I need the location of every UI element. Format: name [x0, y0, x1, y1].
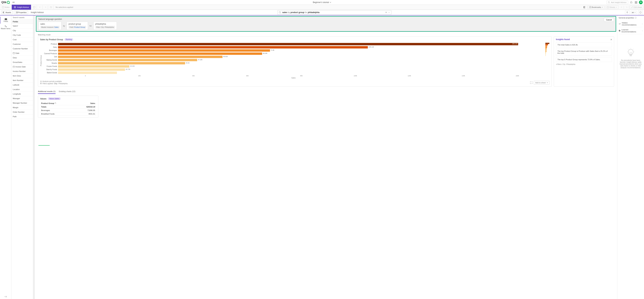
calendar-icon [13, 52, 15, 54]
bar-row[interactable]: Starchy Foods22.71k [42, 68, 544, 71]
cancel-button[interactable]: Cancel [604, 18, 614, 22]
svg-rect-5 [636, 1, 636, 2]
svg-rect-7 [635, 2, 636, 3]
chevron-down-icon [330, 1, 331, 3]
x-tick: 0 [58, 75, 112, 77]
bar-row[interactable]: Baking Goods47.22k [42, 58, 544, 61]
db-icon [4, 18, 8, 20]
search-icon [279, 11, 281, 13]
collapse-icon[interactable] [4, 296, 7, 298]
rail-fields[interactable]: Fields [0, 17, 11, 24]
more-menu-icon[interactable]: ••• [11, 0, 16, 4]
svg-rect-4 [635, 1, 636, 2]
svg-rect-20 [584, 6, 585, 8]
nlq-panel: Natural language question Cancel salesMa… [36, 16, 616, 32]
notes-icon [2, 6, 4, 8]
col-sales[interactable]: Sales [75, 102, 96, 105]
global-search-input[interactable]: Ask Insight Advisor [606, 1, 628, 4]
svg-line-3 [609, 3, 610, 3]
notes-button[interactable]: Notes [1, 5, 11, 9]
matching-result-label: Matching result [38, 34, 616, 36]
panel-icon [3, 11, 5, 13]
general-properties-header: General properties ? [619, 17, 643, 19]
nlq-title: Natural language question [38, 18, 614, 20]
svg-rect-12 [636, 3, 637, 3]
grid-icon[interactable] [634, 1, 638, 4]
svg-text:?: ? [635, 17, 636, 19]
clear-icon[interactable]: ✕ [385, 11, 387, 13]
connector: by [63, 25, 65, 27]
bar-row[interactable]: Produce156.11k [42, 42, 544, 46]
learned-recommendations[interactable]: Learned recommendations › [619, 27, 643, 34]
chevron-down-icon [634, 12, 636, 13]
info-icon[interactable]: i [638, 10, 643, 14]
svg-point-2 [608, 1, 610, 3]
x-tick: 160k [490, 75, 544, 77]
svg-line-27 [280, 13, 281, 13]
sheets-icon [607, 6, 609, 8]
bar-row[interactable]: Baked Goods [42, 71, 544, 74]
svg-rect-37 [13, 66, 14, 68]
rail-master-items[interactable]: Master items [0, 24, 11, 31]
check-circle-icon [619, 30, 620, 32]
language-select[interactable]: en [631, 11, 637, 14]
svg-rect-33 [13, 52, 14, 54]
chevron-down-icon [547, 82, 548, 83]
svg-rect-6 [636, 1, 637, 2]
calendar-icon [13, 66, 15, 68]
bell-icon[interactable] [630, 1, 633, 4]
app-title[interactable]: Beginner's tutorial [313, 1, 331, 3]
svg-line-1 [9, 3, 10, 4]
bar-row[interactable]: Beverages71.9k [42, 49, 544, 52]
x-tick: 80k [274, 75, 328, 77]
svg-rect-24 [16, 11, 16, 13]
lightbulb-icon [626, 48, 635, 58]
logo[interactable]: Qlik [1, 1, 10, 4]
svg-rect-21 [607, 6, 608, 8]
help-icon[interactable]: ? [634, 17, 636, 19]
hidden-recommendations[interactable]: Hidden recommendations › [619, 20, 643, 27]
x-axis-label: Sales [42, 77, 544, 79]
submit-icon[interactable]: → [388, 11, 390, 13]
prev-sheet-icon [619, 6, 624, 9]
add-to-sheet-button[interactable]: Add to sheet [534, 81, 550, 84]
search-icon [608, 1, 610, 3]
bookmark-icon [590, 6, 591, 8]
ranking-badge: Ranking [64, 38, 73, 41]
bookmarks-button[interactable]: Bookmarks [588, 5, 604, 9]
fullscreen-icon[interactable] [530, 81, 532, 84]
selections-tool-icon[interactable] [582, 5, 587, 9]
close-icon[interactable]: ✕ [610, 38, 612, 41]
nlq-token[interactable]: salesMaster measure: Sales [38, 22, 62, 30]
bar-row[interactable]: Canned Products69.24k [42, 52, 544, 55]
x-tick: 60k [220, 75, 274, 77]
y-axis-label: Product Group [40, 55, 42, 66]
svg-rect-22 [3, 11, 4, 13]
mic-icon[interactable] [625, 10, 630, 14]
insight-item: The total Sales is 620.3k. [556, 42, 612, 47]
avatar[interactable]: JK [639, 0, 643, 4]
nlq-token[interactable]: philadelphiaFilter: City: Philadelphia [94, 22, 117, 30]
edit-sheet-button: Edit sheet [630, 5, 643, 9]
nlq-token[interactable]: product groupField: Product Group [66, 22, 88, 30]
svg-rect-49 [630, 55, 632, 56]
minimap[interactable] [545, 42, 550, 79]
query-input[interactable]: sales by product group for philadelphia … [277, 10, 392, 14]
connector: for [90, 25, 92, 27]
svg-rect-11 [636, 3, 636, 3]
insights-title: Insights found [556, 38, 612, 40]
bar-row[interactable]: Snacks43.1k [42, 61, 544, 65]
x-tick: 120k [382, 75, 436, 77]
bar-row[interactable]: Frozen Foods24.21k [42, 65, 544, 68]
x-tick: 140k [436, 75, 490, 77]
nav-tab-prepare[interactable]: Prepare Data manager [17, 0, 34, 146]
sheets-button[interactable]: Sheets [605, 5, 619, 9]
x-tick: 20k [112, 75, 166, 77]
assets-button[interactable]: Assets [1, 10, 12, 14]
bar-row[interactable]: Deli55.81k [42, 55, 544, 58]
svg-line-51 [628, 49, 628, 49]
bar-row[interactable]: Dairy105.11k [42, 46, 544, 49]
svg-rect-13 [2, 6, 4, 8]
svg-rect-9 [636, 2, 637, 3]
link-icon [4, 25, 7, 28]
